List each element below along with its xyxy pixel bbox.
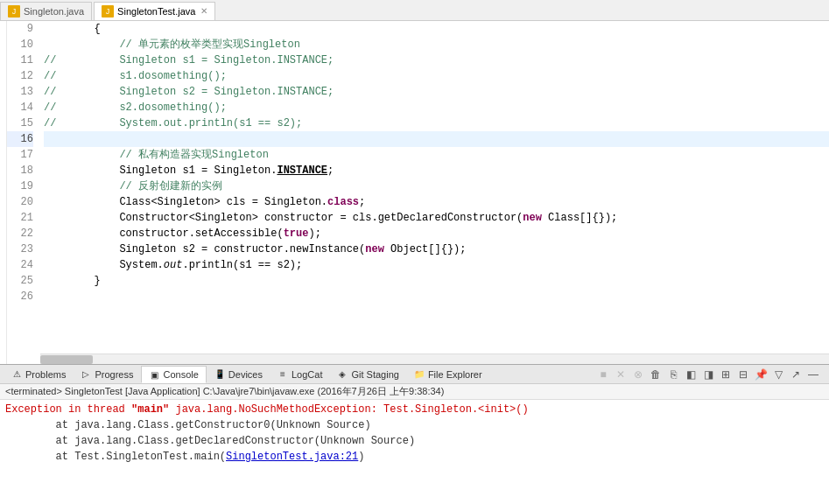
- line-num-14: 14: [7, 100, 33, 116]
- bottom-panel: ⚠ Problems ▷ Progress ▣ Console 📱 Device…: [0, 364, 829, 504]
- line-num-21: 21: [7, 210, 33, 226]
- code-line-21: Constructor<Singleton> constructor = cls…: [44, 210, 829, 226]
- editor-area: 9 10 11 12 13 14 15 16 17 18 19 20 21 22…: [0, 21, 829, 364]
- tab-label: Singleton.java: [24, 6, 84, 17]
- pin-button[interactable]: 📌: [753, 367, 769, 382]
- tab-problems-label: Problems: [25, 369, 66, 380]
- bottom-toolbar: ■ ✕ ⊗ 🗑 ⎘ ◧ ◨ ⊞ ⊟ 📌 ▽ ↗ —: [489, 367, 825, 382]
- tab-progress-label: Progress: [95, 369, 133, 380]
- line-num-12: 12: [7, 68, 33, 84]
- line-num-26: 26: [7, 289, 33, 304]
- horizontal-scrollbar[interactable]: [40, 354, 829, 364]
- code-line-15: // System.out.println(s1 == s2);: [44, 116, 829, 131]
- code-line-22: constructor.setAccessible(true);: [44, 226, 829, 242]
- line-num-10: 10: [7, 37, 33, 52]
- code-line-20: Class<Singleton> cls = Singleton.class;: [44, 194, 829, 210]
- toolbar-btn-6[interactable]: ◨: [700, 367, 716, 382]
- console-line-3: at java.lang.Class.getDeclaredConstructo…: [5, 433, 824, 449]
- line-num-9: 9: [7, 21, 33, 37]
- git-staging-icon: ◈: [336, 368, 348, 381]
- tab-devices-label: Devices: [228, 369, 263, 380]
- tab-logcat[interactable]: ≡ LogCat: [270, 367, 329, 382]
- tab-singletontest-java[interactable]: J SingletonTest.java ✕: [94, 2, 215, 20]
- console-icon: ▣: [149, 368, 161, 381]
- tab-singleton-java[interactable]: J Singleton.java: [0, 2, 92, 20]
- code-content[interactable]: { // 单元素的枚举类型实现Singleton // Singleton s1…: [40, 21, 829, 354]
- clear-console-button[interactable]: 🗑: [648, 367, 664, 382]
- devices-icon: 📱: [214, 368, 226, 381]
- toolbar-btn-7[interactable]: ⊞: [718, 367, 734, 382]
- toolbar-btn-view[interactable]: ▽: [770, 367, 786, 382]
- line-num-24: 24: [7, 257, 33, 273]
- java-file-icon-active: J: [102, 5, 114, 18]
- code-line-13: // Singleton s2 = Singleton.INSTANCE;: [44, 84, 829, 100]
- tab-close-button[interactable]: ✕: [200, 7, 207, 16]
- line-numbers: 9 10 11 12 13 14 15 16 17 18 19 20 21 22…: [7, 21, 40, 364]
- tab-logcat-label: LogCat: [292, 369, 322, 380]
- code-line-14: // s2.dosomething();: [44, 100, 829, 116]
- tab-console-label: Console: [164, 369, 199, 380]
- left-margin: [0, 21, 7, 364]
- bottom-tab-bar: ⚠ Problems ▷ Progress ▣ Console 📱 Device…: [0, 365, 829, 384]
- code-line-26: [44, 289, 829, 304]
- line-num-17: 17: [7, 147, 33, 163]
- toolbar-btn-8[interactable]: ⊟: [735, 367, 751, 382]
- tab-devices[interactable]: 📱 Devices: [207, 367, 270, 382]
- code-line-25: }: [44, 273, 829, 289]
- toolbar-btn-5[interactable]: ◧: [683, 367, 699, 382]
- editor-inner: { // 单元素的枚举类型实现Singleton // Singleton s1…: [40, 21, 829, 364]
- toolbar-btn-copy[interactable]: ⎘: [665, 367, 681, 382]
- tab-console[interactable]: ▣ Console: [141, 366, 207, 383]
- terminate-button[interactable]: ✕: [613, 367, 629, 382]
- editor-main[interactable]: { // 单元素的枚举类型实现Singleton // Singleton s1…: [40, 21, 829, 354]
- progress-icon: ▷: [80, 368, 92, 381]
- code-line-11: // Singleton s1 = Singleton.INSTANCE;: [44, 52, 829, 68]
- tab-file-explorer[interactable]: 📁 File Explorer: [406, 367, 489, 382]
- stop-button[interactable]: ■: [595, 367, 611, 382]
- code-line-18: Singleton s1 = Singleton.INSTANCE;: [44, 163, 829, 178]
- tab-bar: J Singleton.java J SingletonTest.java ✕: [0, 0, 829, 21]
- logcat-icon: ≡: [277, 368, 289, 381]
- console-status-bar: <terminated> SingletonTest [Java Applica…: [0, 384, 829, 400]
- code-line-16: [44, 131, 829, 147]
- tab-file-explorer-label: File Explorer: [428, 369, 482, 380]
- line-num-15: 15: [7, 116, 33, 131]
- tab-progress[interactable]: ▷ Progress: [73, 367, 140, 382]
- console-line-2: at java.lang.Class.getConstructor0(Unkno…: [5, 417, 824, 433]
- stack-trace-link[interactable]: SingletonTest.java:21: [226, 451, 358, 463]
- console-line-4: at Test.SingletonTest.main(SingletonTest…: [5, 449, 824, 465]
- console-line-1: Exception in thread "main" java.lang.NoS…: [5, 402, 824, 417]
- code-line-24: System.out.println(s1 == s2);: [44, 257, 829, 273]
- file-explorer-icon: 📁: [413, 368, 425, 381]
- line-num-13: 13: [7, 84, 33, 100]
- line-num-23: 23: [7, 242, 33, 257]
- code-line-10: // 单元素的枚举类型实现Singleton: [44, 37, 829, 52]
- console-output[interactable]: Exception in thread "main" java.lang.NoS…: [0, 400, 829, 504]
- line-num-16: 16: [7, 131, 33, 147]
- line-num-22: 22: [7, 226, 33, 242]
- minimize-button[interactable]: —: [805, 367, 821, 382]
- terminated-status: <terminated> SingletonTest [Java Applica…: [5, 386, 444, 396]
- line-num-20: 20: [7, 194, 33, 210]
- code-line-23: Singleton s2 = constructor.newInstance(n…: [44, 242, 829, 257]
- line-num-18: 18: [7, 163, 33, 178]
- line-num-25: 25: [7, 273, 33, 289]
- code-line-12: // s1.dosomething();: [44, 68, 829, 84]
- open-in-editor-button[interactable]: ↗: [788, 367, 804, 382]
- code-line-19: // 反射创建新的实例: [44, 178, 829, 194]
- line-num-11: 11: [7, 52, 33, 68]
- tab-label-active: SingletonTest.java: [117, 6, 195, 17]
- line-num-19: 19: [7, 178, 33, 194]
- tab-git-staging[interactable]: ◈ Git Staging: [329, 367, 405, 382]
- code-line-17: // 私有构造器实现Singleton: [44, 147, 829, 163]
- tab-problems[interactable]: ⚠ Problems: [4, 367, 73, 382]
- toolbar-btn-3[interactable]: ⊗: [630, 367, 646, 382]
- java-file-icon: J: [8, 5, 20, 18]
- problems-icon: ⚠: [11, 368, 23, 381]
- tab-git-staging-label: Git Staging: [351, 369, 398, 380]
- code-line-9: {: [44, 21, 829, 37]
